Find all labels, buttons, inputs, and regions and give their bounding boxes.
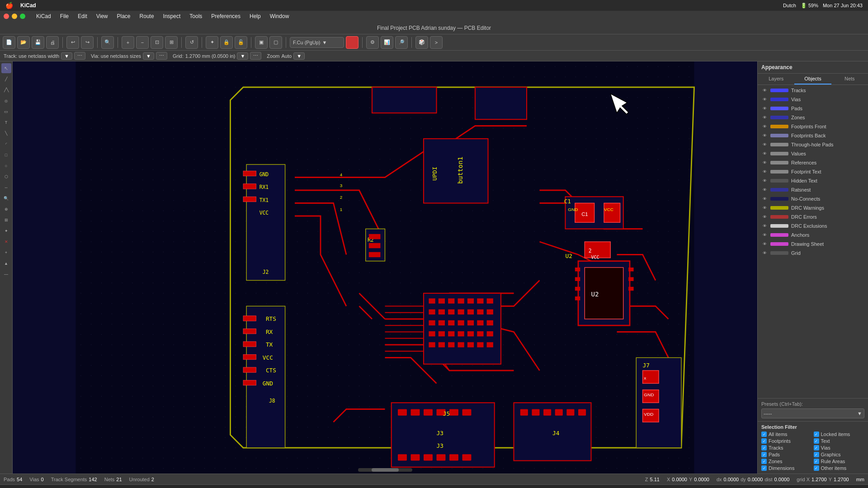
track-options[interactable]: ⋯ — [74, 52, 85, 60]
sel-filter-item-0[interactable]: ✓All items — [761, 432, 812, 437]
save-button[interactable]: 💾 — [32, 36, 44, 49]
layer-item-no-connects[interactable]: 👁No-Connects — [758, 194, 868, 203]
via-options[interactable]: ⋯ — [156, 52, 167, 60]
undo-button[interactable]: ↩ — [66, 36, 79, 49]
sel-checkbox-1[interactable]: ✓ — [814, 432, 819, 437]
pcb-board-view[interactable]: RTS RX TX VCC CTS GND J8 GND RX1 TX1 VCC… — [13, 61, 757, 474]
sel-checkbox-0[interactable]: ✓ — [761, 432, 767, 437]
minimize-button[interactable] — [12, 14, 17, 19]
layer-visibility-10[interactable]: 👁 — [761, 178, 768, 184]
sel-checkbox-8[interactable]: ✓ — [761, 459, 767, 464]
3d-viewer-button[interactable]: 🎲 — [415, 36, 428, 49]
sel-filter-item-7[interactable]: ✓Graphics — [814, 452, 865, 457]
select-tool[interactable]: ↖ — [1, 63, 11, 73]
inspect-tool[interactable]: 🔍 — [1, 193, 11, 203]
layer-visibility-16[interactable]: 👁 — [761, 232, 768, 238]
layer-item-footprints-back[interactable]: 👁Footprints Back — [758, 131, 868, 140]
menu-file[interactable]: File — [57, 12, 72, 20]
sel-filter-item-9[interactable]: ✓Rule Areas — [814, 459, 865, 464]
zoom-in-button[interactable]: + — [122, 36, 134, 49]
menu-inspect[interactable]: Inspect — [160, 12, 184, 20]
layer-item-footprint-text[interactable]: 👁Footprint Text — [758, 167, 868, 176]
apple-menu[interactable]: 🍎 — [5, 2, 13, 9]
route-diff-pair-tool[interactable]: ╱╲ — [1, 85, 11, 95]
layer-item-drc-exclusions[interactable]: 👁DRC Exclusions — [758, 221, 868, 230]
sel-checkbox-3[interactable]: ✓ — [814, 438, 819, 444]
measure-tool[interactable]: ↔ — [1, 183, 11, 192]
ungroup-button[interactable]: ▢ — [269, 36, 282, 49]
zoom-fit-button[interactable]: ⊡ — [151, 36, 163, 49]
tab-objects[interactable]: Objects — [794, 74, 831, 84]
menu-place[interactable]: Place — [113, 12, 134, 20]
sel-checkbox-6[interactable]: ✓ — [761, 452, 767, 457]
sel-checkbox-7[interactable]: ✓ — [814, 452, 819, 457]
add-rect-tool[interactable]: □ — [1, 150, 11, 160]
layer-item-drawing-sheet[interactable]: 👁Drawing Sheet — [758, 239, 868, 249]
menu-edit[interactable]: Edit — [74, 12, 91, 20]
layer-item-drc-errors[interactable]: 👁DRC Errors — [758, 212, 868, 221]
add-circle-tool[interactable]: ○ — [1, 161, 11, 171]
lock-button[interactable]: 🔒 — [220, 36, 233, 49]
layer-visibility-11[interactable]: 👁 — [761, 187, 768, 193]
layer-item-grid[interactable]: 👁Grid — [758, 249, 868, 258]
ruler-tool[interactable]: — — [1, 269, 11, 279]
new-file-button[interactable]: 📄 — [3, 36, 15, 49]
add-arc-tool[interactable]: ◜ — [1, 139, 11, 149]
board-setup-button[interactable]: ⚙ — [366, 36, 379, 49]
menu-view[interactable]: View — [93, 12, 112, 20]
layer-visibility-14[interactable]: 👁 — [761, 214, 768, 220]
layer-visibility-4[interactable]: 👁 — [761, 123, 768, 130]
highlight-net-button[interactable]: ✦ — [206, 36, 218, 49]
layer-item-values[interactable]: 👁Values — [758, 149, 868, 158]
layer-item-pads[interactable]: 👁Pads — [758, 104, 868, 113]
layer-item-anchors[interactable]: 👁Anchors — [758, 230, 868, 239]
menu-help[interactable]: Help — [246, 12, 264, 20]
maximize-button[interactable] — [20, 14, 25, 19]
sel-checkbox-2[interactable]: ✓ — [761, 438, 767, 444]
sel-checkbox-9[interactable]: ✓ — [814, 459, 819, 464]
layer-visibility-13[interactable]: 👁 — [761, 205, 768, 211]
layer-visibility-2[interactable]: 👁 — [761, 105, 768, 112]
layer-item-drc-warnings[interactable]: 👁DRC Warnings — [758, 203, 868, 212]
zoom-selector[interactable]: ▼ — [293, 52, 305, 60]
drc-tool[interactable]: ✕ — [1, 237, 11, 247]
layer-visibility-15[interactable]: 👁 — [761, 223, 768, 229]
unlock-button[interactable]: 🔓 — [235, 36, 247, 49]
scrollbar-thumb[interactable] — [372, 468, 399, 472]
layer-item-tracks[interactable]: 👁Tracks — [758, 86, 868, 95]
menu-preferences[interactable]: Preferences — [208, 12, 244, 20]
layer-visibility-0[interactable]: 👁 — [761, 87, 768, 94]
layer-visibility-6[interactable]: 👁 — [761, 141, 768, 148]
sel-checkbox-5[interactable]: ✓ — [814, 445, 819, 450]
add-zone-tool[interactable]: ▭ — [1, 107, 11, 117]
layer-visibility-8[interactable]: 👁 — [761, 160, 768, 166]
3d-viewer-tool[interactable]: ▲ — [1, 258, 11, 268]
sel-filter-item-5[interactable]: ✓Vias — [814, 445, 865, 450]
layer-visibility-17[interactable]: 👁 — [761, 241, 768, 247]
layer-visibility-7[interactable]: 👁 — [761, 150, 768, 157]
zoom-out-button[interactable]: − — [136, 36, 149, 49]
layer-visibility-18[interactable]: 👁 — [761, 250, 768, 256]
net-inspector-button[interactable]: 📊 — [381, 36, 393, 49]
presets-dropdown[interactable]: ----- ▼ — [761, 408, 864, 418]
net-inspector-tool[interactable]: + — [1, 248, 11, 258]
menu-tools[interactable]: Tools — [186, 12, 206, 20]
add-polygon-tool[interactable]: ⬡ — [1, 172, 11, 182]
add-line-tool[interactable]: ╲ — [1, 128, 11, 138]
add-via-tool[interactable]: ◎ — [1, 96, 11, 106]
layer-visibility-9[interactable]: 👁 — [761, 169, 768, 175]
sel-filter-item-2[interactable]: ✓Footprints — [761, 438, 812, 444]
scripting-console-button[interactable]: > — [430, 36, 443, 49]
layer-selector[interactable]: F.Cu (PgUp) ▼ — [290, 37, 344, 48]
route-track-tool[interactable]: ╱ — [1, 74, 11, 84]
layer-item-hidden-text[interactable]: 👁Hidden Text — [758, 176, 868, 185]
add-text-tool[interactable]: T — [1, 117, 11, 127]
layer-visibility-12[interactable]: 👁 — [761, 196, 768, 202]
menu-kicad[interactable]: KiCad — [33, 12, 55, 20]
pcb-canvas[interactable]: RTS RX TX VCC CTS GND J8 GND RX1 TX1 VCC… — [13, 61, 757, 474]
zoom-area-button[interactable]: ⊞ — [165, 36, 178, 49]
layer-item-through-hole-pads[interactable]: 👁Through-hole Pads — [758, 140, 868, 149]
track-selector[interactable]: ▼ — [61, 52, 72, 60]
menu-window[interactable]: Window — [266, 12, 293, 20]
layer-item-references[interactable]: 👁References — [758, 158, 868, 167]
